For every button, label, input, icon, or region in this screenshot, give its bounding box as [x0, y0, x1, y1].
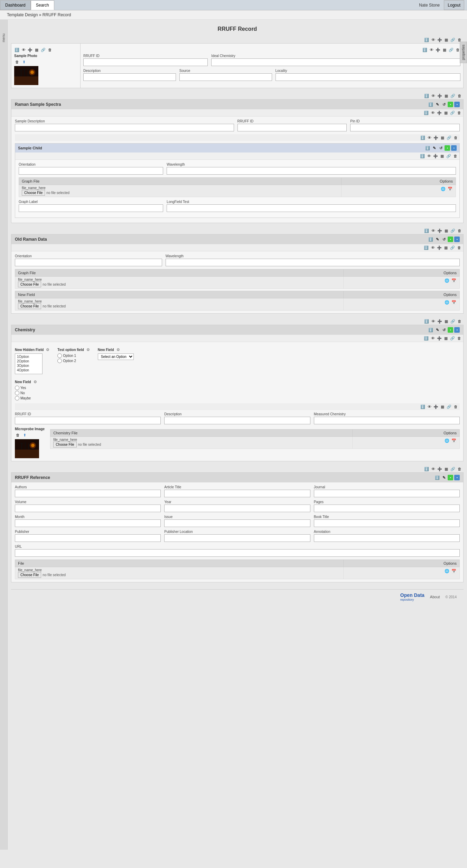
ref-globe-icon[interactable]: 🌐	[444, 568, 450, 574]
fields-info-icon[interactable]: ℹ️	[422, 47, 428, 53]
select-field-gear[interactable]: ⚙	[115, 347, 121, 352]
orientation-input[interactable]	[19, 167, 163, 175]
raman-sub-grid[interactable]: ▦	[443, 110, 449, 116]
measured-chem-input[interactable]	[314, 417, 460, 424]
chem-outer-grid[interactable]: ▦	[443, 318, 449, 324]
list-item[interactable]: 3Option	[16, 363, 41, 368]
child-sub-add[interactable]: ➕	[433, 153, 438, 159]
oldraman-outer-trash[interactable]: 🗑	[457, 228, 462, 233]
maybe-label[interactable]: Maybe	[15, 396, 460, 400]
oldraman-outer-link[interactable]: 🔗	[450, 228, 456, 233]
ref-info[interactable]: ℹ️	[435, 475, 440, 480]
raman-sub-add[interactable]: ➕	[437, 110, 442, 116]
graph-label-input[interactable]	[19, 204, 163, 212]
option1-radio[interactable]	[57, 353, 62, 358]
chem-bottom-grid[interactable]: ▦	[440, 404, 445, 409]
choose-file-button-1[interactable]: Choose File	[22, 190, 45, 196]
oldraman-outer-info[interactable]: ℹ️	[424, 228, 429, 233]
chem-refresh[interactable]: ↺	[441, 327, 447, 333]
ref-outer-info[interactable]: ℹ️	[424, 466, 429, 472]
grid-icon[interactable]: ▦	[443, 37, 449, 43]
raman-sub-trash[interactable]: 🗑	[456, 110, 462, 116]
raman-blue[interactable]: ▪	[454, 102, 460, 107]
no-radio[interactable]	[15, 391, 19, 395]
raman-green[interactable]: ▪	[448, 102, 453, 107]
book-title-input[interactable]	[314, 519, 460, 527]
raman-info[interactable]: ℹ️	[428, 102, 433, 107]
chem-blue[interactable]: ▪	[454, 327, 460, 333]
sample-desc-input[interactable]	[15, 124, 234, 131]
year-input[interactable]	[164, 505, 310, 512]
chem-bottom-link[interactable]: 🔗	[446, 404, 452, 409]
pin-id-input[interactable]	[350, 124, 460, 131]
chem-globe-icon[interactable]: 🌐	[444, 438, 450, 443]
locality-input[interactable]	[275, 73, 461, 81]
photo-add-icon[interactable]: ➕	[27, 47, 33, 53]
ref-outer-trash[interactable]: 🗑	[457, 466, 462, 472]
dashboard-button[interactable]: Dashboard	[0, 0, 31, 10]
oldraman-outer-eye[interactable]: 👁	[430, 228, 436, 233]
delete-image-icon[interactable]: 🗑	[14, 59, 20, 65]
oldraman-green[interactable]: ▪	[448, 237, 453, 242]
child-outer-info[interactable]: ℹ️	[420, 135, 426, 140]
raman-outer-grid[interactable]: ▦	[443, 93, 449, 99]
fields-eye-icon[interactable]: 👁	[429, 47, 434, 53]
choose-file-button-ref[interactable]: Choose File	[18, 572, 41, 578]
ideal-chemistry-input[interactable]	[211, 58, 460, 66]
chem-outer-eye[interactable]: 👁	[430, 318, 436, 324]
chem-sub-trash[interactable]: 🗑	[456, 335, 462, 341]
no-label[interactable]: No	[15, 391, 460, 395]
chem-green[interactable]: ▪	[448, 327, 453, 333]
oldraman-wavelength-input[interactable]	[166, 259, 460, 266]
child-outer-link[interactable]: 🔗	[446, 135, 452, 140]
old-globe-2[interactable]: 🌐	[444, 299, 450, 305]
longfield-input[interactable]	[167, 204, 456, 212]
boolean-field-gear[interactable]: ⚙	[32, 379, 38, 385]
option2-radio[interactable]	[57, 359, 62, 363]
option1-label[interactable]: Option 1	[57, 353, 91, 358]
chem-info[interactable]: ℹ️	[428, 327, 433, 333]
oldraman-blue[interactable]: ▪	[454, 237, 460, 242]
raman-outer-trash[interactable]: 🗑	[457, 93, 462, 99]
child-outer-eye[interactable]: 👁	[427, 135, 432, 140]
oldraman-sub-eye[interactable]: 👁	[430, 245, 436, 250]
eye-icon[interactable]: 👁	[430, 37, 436, 43]
chem-edit[interactable]: ✎	[435, 327, 440, 333]
url-input[interactable]	[15, 549, 460, 557]
chem-rruff-id-input[interactable]	[15, 417, 161, 424]
chem-outer-add[interactable]: ➕	[437, 318, 442, 324]
fields-add-icon[interactable]: ➕	[435, 47, 441, 53]
file-globe-icon-1[interactable]: 🌐	[440, 186, 446, 192]
file-calendar-icon-1[interactable]: 📅	[447, 186, 453, 192]
yes-label[interactable]: Yes	[15, 386, 460, 390]
oldraman-outer-add[interactable]: ➕	[437, 228, 442, 233]
volume-input[interactable]	[15, 505, 161, 512]
ref-outer-eye[interactable]: 👁	[430, 466, 436, 472]
link-icon[interactable]: 🔗	[450, 37, 456, 43]
hidden-field-listbox[interactable]: 1Option 2Option 3Option 4Option	[15, 353, 43, 374]
photo-eye-icon[interactable]: 👁	[21, 47, 26, 53]
month-input[interactable]	[15, 519, 161, 527]
upload-image-icon[interactable]: ⬆	[21, 59, 27, 65]
oldraman-sub-grid[interactable]: ▦	[443, 245, 449, 250]
chem-bottom-info[interactable]: ℹ️	[420, 404, 426, 409]
child-outer-add[interactable]: ➕	[433, 135, 439, 140]
pub-location-input[interactable]	[164, 534, 310, 542]
child-sub-eye[interactable]: 👁	[426, 153, 432, 159]
old-globe-1[interactable]: 🌐	[444, 278, 450, 283]
pages-input[interactable]	[314, 505, 460, 512]
chem-bottom-trash[interactable]: 🗑	[453, 404, 458, 409]
microprobe-upload-icon[interactable]: ⬆	[22, 432, 27, 438]
source-input[interactable]	[179, 73, 272, 81]
child-outer-trash[interactable]: 🗑	[453, 135, 458, 140]
child-sub-grid[interactable]: ▦	[439, 153, 445, 159]
journal-input[interactable]	[314, 490, 460, 497]
oldraman-sub-link[interactable]: 🔗	[450, 245, 455, 250]
chem-bottom-eye[interactable]: 👁	[427, 404, 432, 409]
ref-blue[interactable]: ▪	[454, 475, 460, 480]
wavelength-input[interactable]	[167, 167, 456, 175]
child-sub-link[interactable]: 🔗	[446, 153, 451, 159]
raman-refresh[interactable]: ↺	[441, 102, 447, 107]
choose-file-button-old2[interactable]: Choose File	[18, 303, 41, 309]
yes-radio[interactable]	[15, 386, 19, 390]
